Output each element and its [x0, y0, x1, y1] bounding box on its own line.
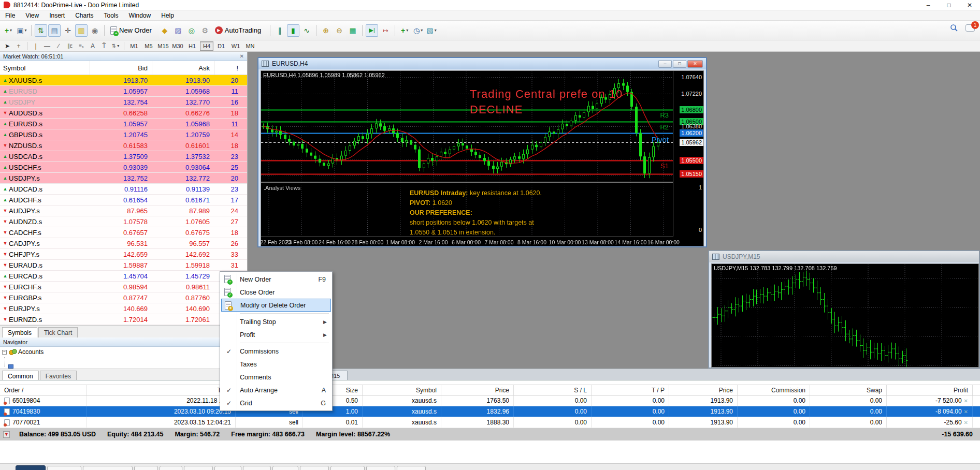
- strategy-tester-toggle[interactable]: ◉: [89, 24, 101, 37]
- signals-button[interactable]: ◎: [185, 24, 198, 37]
- restore-icon[interactable]: □: [673, 60, 686, 68]
- market-watch-row[interactable]: ▼NZDUSD.s0.615830.6160118: [0, 140, 247, 151]
- tree-collapse-icon[interactable]: −: [2, 350, 7, 355]
- metaeditor-button[interactable]: ◆: [158, 24, 171, 37]
- tree-item-accounts[interactable]: − Accounts: [0, 347, 247, 357]
- market-watch-row[interactable]: ▲AUDCHF.s0.616540.6167117: [0, 195, 247, 205]
- options-button[interactable]: ⚙: [199, 24, 211, 37]
- order-row[interactable]: 704198302023.03.10 09:20:15sell1.00xauus…: [0, 406, 980, 417]
- menu-item-profit[interactable]: Profit▶: [221, 328, 331, 341]
- market-watch-row[interactable]: ▲USDJPY.s132.752132.77220: [0, 173, 247, 184]
- menu-insert[interactable]: Insert: [44, 10, 70, 21]
- new-chart-button[interactable]: +▾: [2, 24, 15, 37]
- close-position-icon[interactable]: ✕: [964, 420, 968, 425]
- menu-help[interactable]: Help: [156, 10, 179, 21]
- menu-file[interactable]: File: [0, 10, 20, 21]
- column-commission[interactable]: Commission: [738, 385, 810, 395]
- zoom-out-button[interactable]: ⊖: [333, 24, 345, 37]
- market-watch-row[interactable]: ▼AUDJPY.s87.96587.98924: [0, 205, 247, 216]
- timeframe-h4[interactable]: H4: [200, 41, 213, 51]
- menu-item-new-order[interactable]: +New OrderF9: [221, 273, 331, 286]
- menu-item-taxes[interactable]: Taxes: [221, 358, 331, 371]
- templates-dropdown[interactable]: ▧▾: [425, 24, 438, 37]
- market-watch-row[interactable]: ▼CHFJPY.s142.659142.69233: [0, 249, 247, 260]
- account-node-icon[interactable]: [8, 364, 13, 369]
- column-bid[interactable]: Bid: [90, 61, 152, 75]
- market-watch-row[interactable]: ▼EURJPY.s140.669140.690: [0, 303, 247, 314]
- eurusd-chart-area[interactable]: EURUSD,H4 1.05896 1.05989 1.05862 1.0596…: [261, 70, 704, 246]
- tile-windows-button[interactable]: ▦: [347, 24, 359, 37]
- column-symbol[interactable]: Symbol: [0, 64, 90, 72]
- column-spread[interactable]: !: [214, 61, 243, 75]
- eurusd-price-axis[interactable]: 1.076401.072201.068001.065001.063801.062…: [673, 71, 704, 237]
- close-position-icon[interactable]: ✕: [964, 398, 968, 404]
- column-price[interactable]: Price: [669, 385, 738, 395]
- menu-item-auto-arrange[interactable]: ✓Auto ArrangeA: [221, 384, 331, 396]
- column-swap[interactable]: Swap: [810, 385, 887, 395]
- zoom-in-button[interactable]: ⊕: [320, 24, 332, 37]
- order-row[interactable]: 707700212023.03.15 12:04:21sell0.01xauus…: [0, 417, 980, 428]
- tab-common[interactable]: Common: [2, 371, 39, 381]
- market-watch-row[interactable]: ▲EURCAD.s1.457041.45729: [0, 271, 247, 282]
- text-label-tool[interactable]: T̈: [99, 41, 109, 51]
- horizontal-line-tool[interactable]: —: [42, 41, 52, 51]
- terminal-tabs-strip[interactable]: [0, 463, 980, 470]
- market-watch-row[interactable]: ▲GBPUSD.s1.207451.2075914: [0, 129, 247, 140]
- market-watch-row[interactable]: ▼EURGBP.s0.877470.87760: [0, 292, 247, 303]
- chart-shift-toggle[interactable]: ↦: [379, 24, 392, 37]
- timeframe-h1[interactable]: H1: [185, 41, 199, 51]
- column-ask[interactable]: Ask: [152, 61, 214, 75]
- indicators-dropdown[interactable]: +▾: [398, 24, 411, 37]
- search-icon[interactable]: [950, 24, 958, 32]
- trendline-tool[interactable]: ∕: [53, 41, 64, 51]
- new-order-button[interactable]: + New Order: [108, 24, 157, 37]
- arrows-tool[interactable]: ⇅▾: [110, 41, 121, 51]
- menu-item-comments[interactable]: Comments: [221, 371, 331, 384]
- candlestick-chart-button[interactable]: ▮: [287, 24, 299, 37]
- timeframe-w1[interactable]: W1: [229, 41, 242, 51]
- text-tool[interactable]: A: [88, 41, 98, 51]
- close-icon[interactable]: ✕: [687, 60, 703, 68]
- cursor-tool[interactable]: ➤: [2, 41, 12, 51]
- market-watch-row[interactable]: ▲USDJPY132.754132.77016: [0, 97, 247, 108]
- tab-favorites[interactable]: Favorites: [40, 371, 77, 381]
- vertical-line-tool[interactable]: |: [31, 41, 41, 51]
- market-watch-row[interactable]: ▲AUDCAD.s0.911160.9113923: [0, 184, 247, 195]
- market-watch-row[interactable]: ▼AUDUSD.s0.662580.6627618: [0, 108, 247, 119]
- periods-dropdown[interactable]: ◷▾: [412, 24, 424, 37]
- market-watch-row[interactable]: ▼CADJPY.s96.53196.55726: [0, 238, 247, 249]
- autotrading-button[interactable]: ▶ AutoTrading: [212, 24, 267, 37]
- timeframe-m5[interactable]: M5: [142, 41, 155, 51]
- eurusd-chart-window[interactable]: EURUSD,H4 – □ ✕ EURUSD,H4 1.05896 1.0598…: [257, 57, 707, 247]
- timeframe-m30[interactable]: M30: [171, 41, 184, 51]
- column-order[interactable]: Order /: [0, 385, 87, 395]
- line-chart-button[interactable]: ∿: [300, 24, 313, 37]
- menu-charts[interactable]: Charts: [70, 10, 98, 21]
- notifications-icon[interactable]: 1: [965, 24, 975, 32]
- data-window-toggle[interactable]: ▤: [48, 24, 61, 37]
- menu-item-commissions[interactable]: ✓Commissions: [221, 345, 331, 358]
- timeframe-m1[interactable]: M1: [127, 41, 141, 51]
- menu-item-close-order[interactable]: ✓Close Order: [221, 286, 331, 299]
- channel-tool[interactable]: ∥ᴇ: [65, 41, 75, 51]
- market-watch-row[interactable]: ▲EURUSD1.059571.0596811: [0, 86, 247, 97]
- timeframe-d1[interactable]: D1: [214, 41, 228, 51]
- close-icon[interactable]: ✕: [959, 0, 980, 10]
- tab-trade[interactable]: [16, 465, 46, 470]
- profiles-button[interactable]: ▣▾: [16, 24, 28, 37]
- market-watch-row[interactable]: ▼EURNZD.s1.720141.72061: [0, 314, 247, 325]
- tab-tick-chart[interactable]: Tick Chart: [38, 327, 78, 337]
- market-watch-row[interactable]: ▼EURAUD.s1.598871.5991831: [0, 260, 247, 271]
- market-watch-toggle[interactable]: ⇅: [35, 24, 47, 37]
- eurusd-time-axis[interactable]: 22 Feb 202323 Feb 08:0024 Feb 16:0028 Fe…: [261, 237, 673, 247]
- menu-window[interactable]: Window: [124, 10, 156, 21]
- terminal-toggle[interactable]: ▥: [75, 24, 88, 37]
- market-watch-row[interactable]: ▲EURUSD.s1.059571.0596811: [0, 119, 247, 129]
- menu-item-modify-or-delete-order[interactable]: ✶Modify or Delete Order: [221, 299, 331, 312]
- market-watch-row[interactable]: ▲XAUUSD.s1913.701913.9020: [0, 75, 247, 86]
- minimize-icon[interactable]: –: [658, 60, 672, 68]
- usdjpy-price-pane[interactable]: [712, 264, 978, 367]
- column-tp[interactable]: T / P: [592, 385, 669, 395]
- menu-item-grid[interactable]: ✓GridG: [221, 396, 331, 409]
- usdjpy-chart-area[interactable]: USDJPY,M15 132.783 132.799 132.708 132.7…: [711, 263, 979, 368]
